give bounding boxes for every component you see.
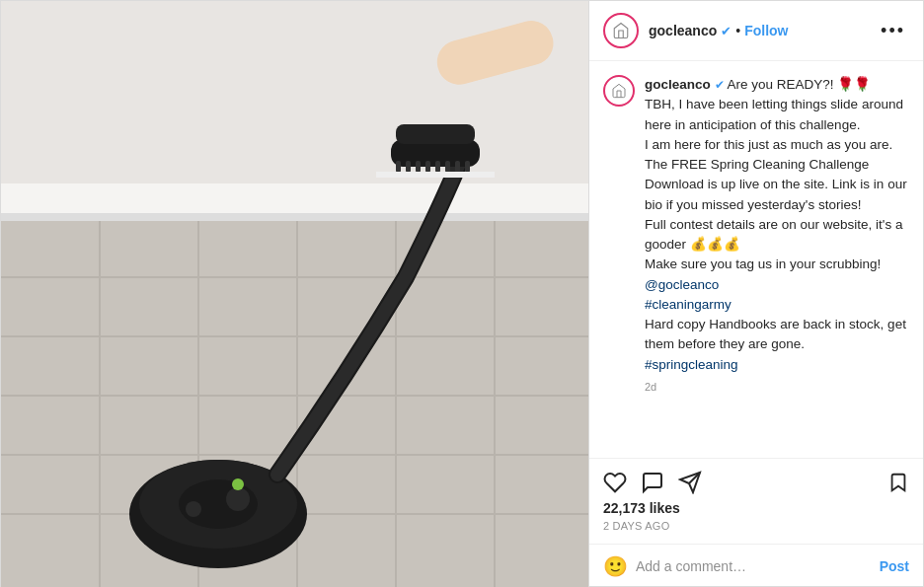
follow-button[interactable]: Follow xyxy=(744,23,788,38)
svg-rect-2 xyxy=(1,183,588,213)
like-button[interactable] xyxy=(603,467,627,498)
post-sidebar: gocleanco ✔ • Follow ••• gocleanco ✔ xyxy=(588,1,923,587)
post-image xyxy=(1,1,588,587)
hashtag-springcleaning[interactable]: #springcleaning xyxy=(645,357,738,372)
caption-body: gocleanco ✔ Are you READY?! 🌹🌹 TBH, I ha… xyxy=(645,75,909,395)
post-actions: 22,173 likes 2 DAYS AGO xyxy=(589,458,923,544)
header-username-area: gocleanco ✔ • Follow xyxy=(649,23,867,38)
comments-area: gocleanco ✔ Are you READY?! 🌹🌹 TBH, I ha… xyxy=(589,61,923,458)
post-timestamp: 2 DAYS AGO xyxy=(603,520,909,540)
post-header: gocleanco ✔ • Follow ••• xyxy=(589,1,923,61)
comment-avatar[interactable] xyxy=(603,75,635,107)
svg-point-20 xyxy=(232,478,244,490)
bookmark-button[interactable] xyxy=(887,468,909,497)
svg-rect-3 xyxy=(1,213,588,221)
instagram-post: gocleanco ✔ • Follow ••• gocleanco ✔ xyxy=(0,0,924,587)
svg-point-19 xyxy=(186,501,201,517)
svg-rect-29 xyxy=(445,161,450,173)
svg-rect-31 xyxy=(465,161,470,173)
post-comment-button[interactable]: Post xyxy=(880,558,909,574)
svg-rect-32 xyxy=(376,172,495,178)
svg-rect-30 xyxy=(455,161,460,173)
svg-rect-25 xyxy=(406,161,411,173)
verified-icon: ✔ xyxy=(721,24,732,38)
dot-separator: • xyxy=(735,23,740,38)
svg-rect-26 xyxy=(416,161,421,173)
svg-rect-24 xyxy=(396,161,401,173)
comment-time: 2d xyxy=(645,379,909,396)
mention-gocleanco[interactable]: @gocleanco xyxy=(645,277,719,292)
caption-text: Are you READY?! 🌹🌹 TBH, I have been lett… xyxy=(645,77,907,372)
action-icons-row xyxy=(603,467,909,498)
svg-rect-27 xyxy=(425,161,430,173)
likes-count: 22,173 likes xyxy=(603,498,909,520)
header-avatar[interactable] xyxy=(603,13,639,48)
emoji-button[interactable]: 🙂 xyxy=(603,554,628,578)
svg-rect-23 xyxy=(396,124,475,144)
header-username[interactable]: gocleanco xyxy=(649,23,717,38)
share-button[interactable] xyxy=(678,467,702,498)
svg-point-18 xyxy=(226,487,250,511)
comment-verified-icon: ✔ xyxy=(715,78,725,92)
caption-comment: gocleanco ✔ Are you READY?! 🌹🌹 TBH, I ha… xyxy=(603,75,909,395)
comment-button[interactable] xyxy=(641,467,664,498)
add-comment-area: 🙂 Post xyxy=(589,544,923,587)
hashtag-cleaningarmy[interactable]: #cleaningarmy xyxy=(645,297,732,312)
comment-username[interactable]: gocleanco xyxy=(645,77,711,92)
svg-rect-28 xyxy=(435,161,440,173)
more-options-button[interactable]: ••• xyxy=(877,21,909,41)
comment-input[interactable] xyxy=(636,558,872,574)
